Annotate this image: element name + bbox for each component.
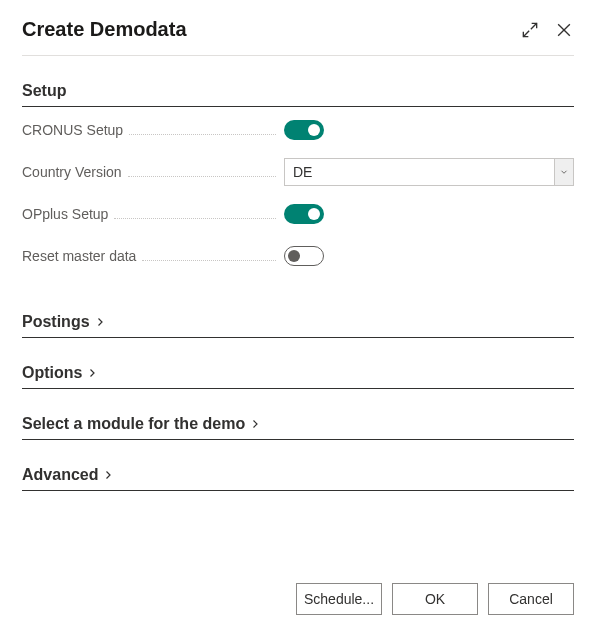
section-postings-label: Postings — [22, 313, 90, 331]
expand-icon[interactable] — [520, 20, 540, 40]
chevron-right-icon — [249, 418, 261, 430]
chevron-down-icon[interactable] — [554, 158, 574, 186]
chevron-right-icon — [102, 469, 114, 481]
section-options-label: Options — [22, 364, 82, 382]
chevron-right-icon — [94, 316, 106, 328]
field-reset-master-data: Reset master data — [22, 237, 574, 275]
chevron-right-icon — [86, 367, 98, 379]
field-cronus-setup: CRONUS Setup — [22, 111, 574, 149]
opplus-setup-label: OPplus Setup — [22, 206, 108, 222]
dialog-title: Create Demodata — [22, 18, 187, 41]
country-version-value[interactable]: DE — [284, 158, 574, 186]
field-country-version: Country Version DE — [22, 153, 574, 191]
section-postings[interactable]: Postings — [22, 313, 574, 338]
section-advanced[interactable]: Advanced — [22, 466, 574, 491]
cancel-button[interactable]: Cancel — [488, 583, 574, 615]
section-setup: Setup — [22, 82, 574, 107]
section-options[interactable]: Options — [22, 364, 574, 389]
country-version-select[interactable]: DE — [284, 158, 574, 186]
dialog-content: Setup CRONUS Setup Country Version DE OP… — [0, 82, 596, 491]
dialog-footer: Schedule... OK Cancel — [296, 583, 574, 615]
field-opplus-setup: OPplus Setup — [22, 195, 574, 233]
header-divider — [22, 55, 574, 56]
section-select-module-label: Select a module for the demo — [22, 415, 245, 433]
close-icon[interactable] — [554, 20, 574, 40]
opplus-setup-toggle[interactable] — [284, 204, 324, 224]
section-setup-label: Setup — [22, 82, 66, 100]
header-icons — [520, 20, 574, 40]
section-advanced-label: Advanced — [22, 466, 98, 484]
section-select-module[interactable]: Select a module for the demo — [22, 415, 574, 440]
cronus-setup-label: CRONUS Setup — [22, 122, 123, 138]
reset-master-data-label: Reset master data — [22, 248, 136, 264]
country-version-label: Country Version — [22, 164, 122, 180]
schedule-button[interactable]: Schedule... — [296, 583, 382, 615]
cronus-setup-toggle[interactable] — [284, 120, 324, 140]
ok-button[interactable]: OK — [392, 583, 478, 615]
reset-master-data-toggle[interactable] — [284, 246, 324, 266]
dialog-header: Create Demodata — [0, 0, 596, 55]
